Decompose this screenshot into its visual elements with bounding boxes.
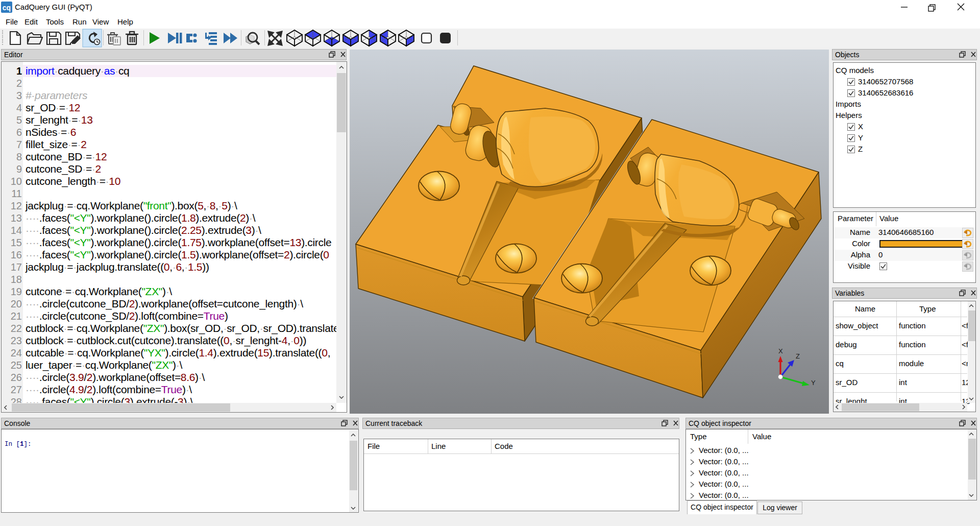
svg-text:Y: Y	[811, 379, 816, 387]
svg-text:Z: Z	[796, 352, 800, 360]
svg-text:X: X	[778, 347, 783, 355]
svg-text:cq: cq	[3, 4, 11, 12]
